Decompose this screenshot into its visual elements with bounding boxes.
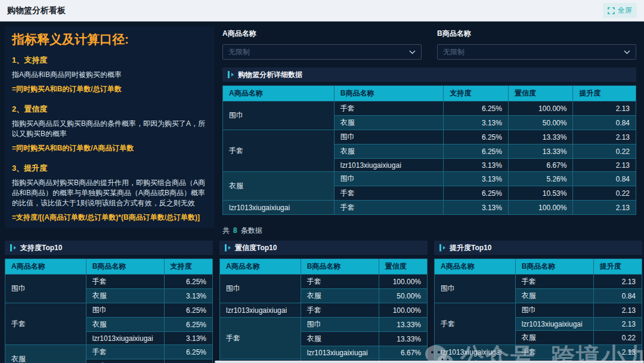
metric-cell: 100.00% [508,101,573,116]
product-b-cell: 衣服 [301,332,379,346]
product-b-cell: 衣服 [515,289,593,303]
metric-cell: 6.25% [164,275,212,289]
product-b-cell: 围巾 [301,318,379,332]
column-header: 提升度 [573,86,636,101]
column-header: B商品名称 [86,259,164,275]
metric-cell: 3.13% [164,359,212,363]
metric-cell: 3.13% [444,159,509,172]
detail-table: A商品名称B商品名称支持度置信度提升度围巾手套6.25%100.00%2.13衣… [222,85,636,215]
product-a-cell: 围巾 [220,275,301,303]
product-b-cell: 手套 [334,101,444,116]
product-a-cell: lzr1013xiugaixiugai [435,345,516,359]
explanation-title: 指标释义及计算口径: [12,31,208,48]
product-b-cell: 围巾 [86,359,164,363]
column-header: 提升度 [593,259,642,275]
product-a-cell: 围巾 [223,101,335,130]
column-header: B商品名称 [301,259,379,275]
metric-cell: 100.00% [508,201,573,215]
product-b-cell: lzr1013xiugaixiugai [86,332,164,345]
product-a-cell: 围巾 [5,275,86,303]
product-b-cell: 手套 [86,345,164,359]
panel-accent-icon [10,244,16,251]
lift-desc: 指购买A商品对购买B商品的提升作用，即购买组合商品（A商品和B商品）的概率与单独… [12,178,208,208]
confidence-top10-title: 置信度Top10 [235,243,277,253]
product-b-cell: 手套 [86,275,164,289]
product-a-cell: 衣服 [223,172,335,201]
product-b-select[interactable]: 无限制 [437,44,636,60]
metric-cell: 0.22 [573,186,636,201]
column-header: 支持度 [444,86,509,101]
detail-panel-title: 购物篮分析详细数据 [238,70,302,80]
metric-cell: 6.25% [444,144,509,159]
filters-row: A商品名称 无限制 B商品名称 无限制 [222,29,636,60]
metric-cell: 5.26% [508,172,573,186]
product-a-cell: 围巾 [435,275,516,303]
chevron-down-icon [409,50,416,54]
product-b-cell: 衣服 [301,289,379,303]
metric-cell: 3.13% [444,116,509,130]
data-table: A商品名称B商品名称提升度围巾手套2.13衣服0.84手套围巾2.13lzr10… [434,259,642,363]
filter-a-label: A商品名称 [222,29,422,39]
confidence-top10-table: A商品名称B商品名称置信度围巾手套100.00%衣服50.00%lzr1013x… [219,259,428,363]
metric-cell: 0.84 [593,289,642,303]
fullscreen-button[interactable]: 全屏 [603,3,637,18]
data-table: A商品名称B商品名称置信度围巾手套100.00%衣服50.00%lzr1013x… [219,259,428,363]
product-b-cell: 围巾 [334,172,444,186]
column-header: A商品名称 [223,86,335,101]
metric-cell: 6.67% [379,346,427,359]
confidence-top10-panel: 置信度Top10 A商品名称B商品名称置信度围巾手套100.00%衣服50.00… [219,233,428,363]
table-row: 围巾手套6.25% [5,275,213,289]
top10-row: 支持度Top10 A商品名称B商品名称支持度围巾手套6.25%衣服3.13%手套… [5,233,642,363]
support-formula: =同时购买A和B的订单数/总订单数 [12,84,208,94]
topbar: 购物篮分析看板 全屏 [0,0,644,21]
product-b-cell: 衣服 [334,144,444,159]
metric-cell: 2.13 [593,275,642,289]
metric-cell: 3.13% [444,172,509,186]
page-title: 购物篮分析看板 [7,5,66,16]
product-b-cell: 手套 [334,186,444,201]
table-header-row: A商品名称B商品名称提升度 [435,259,642,275]
product-b-select-value: 无限制 [443,47,465,57]
table-row: 手套围巾6.25% [5,303,213,318]
data-table: A商品名称B商品名称支持度置信度提升度围巾手套6.25%100.00%2.13衣… [222,85,636,215]
column-header: B商品名称 [515,259,593,275]
metric-cell: 50.00% [508,116,573,130]
table-row: lzr1013xiugaixiugai手套2.13 [435,345,642,359]
metric-cell: 10.53% [508,186,573,201]
lift-top10-panel: 提升度Top10 A商品名称B商品名称提升度围巾手套2.13衣服0.84手套围巾… [434,233,642,363]
product-a-cell: lzr1013xiugaixiugai [223,201,335,215]
product-b-cell: 衣服 [86,289,164,303]
table-header-row: A商品名称B商品名称支持度 [5,259,213,275]
product-b-cell: 手套 [515,345,593,359]
table-row: 衣服围巾3.13%5.26%0.84 [223,172,636,186]
product-a-select[interactable]: 无限制 [222,44,422,60]
data-table: A商品名称B商品名称支持度围巾手套6.25%衣服3.13%手套围巾6.25%衣服… [5,259,213,363]
lift-top10-table: A商品名称B商品名称提升度围巾手套2.13衣服0.84手套围巾2.13lzr10… [434,259,642,363]
product-a-select-value: 无限制 [228,47,250,57]
product-b-cell: 手套 [515,275,593,289]
product-b-cell: 围巾 [334,130,444,144]
product-a-cell: lzr1013xiugaixiugai [220,303,301,318]
horizontal-scrollbar[interactable] [215,361,644,363]
detail-panel-header: 购物篮分析详细数据 [222,67,636,82]
panel-accent-icon [228,71,234,78]
metric-cell: 13.33% [379,318,427,332]
fullscreen-label: 全屏 [618,5,632,16]
metric-cell: 3.13% [444,201,509,215]
metric-cell: 6.25% [444,186,509,201]
column-header: A商品名称 [5,259,86,275]
column-header: 置信度 [508,86,573,101]
product-b-cell: 衣服 [334,116,444,130]
metric-cell: 6.25% [164,303,212,318]
support-top10-table: A商品名称B商品名称支持度围巾手套6.25%衣服3.13%手套围巾6.25%衣服… [5,259,213,363]
product-a-cell: 手套 [435,303,516,345]
product-b-cell: 围巾 [86,303,164,318]
filter-product-a: A商品名称 无限制 [222,29,422,60]
metric-cell: 13.33% [508,130,573,144]
metric-cell: 6.25% [444,130,509,144]
support-heading: 1、支持度 [12,55,208,66]
metric-cell: 0.22 [573,144,636,159]
product-a-cell: 手套 [5,303,86,345]
table-row: 衣服手套6.25% [5,345,213,359]
table-row: lzr1013xiugaixiugai手套100.00% [220,303,428,318]
